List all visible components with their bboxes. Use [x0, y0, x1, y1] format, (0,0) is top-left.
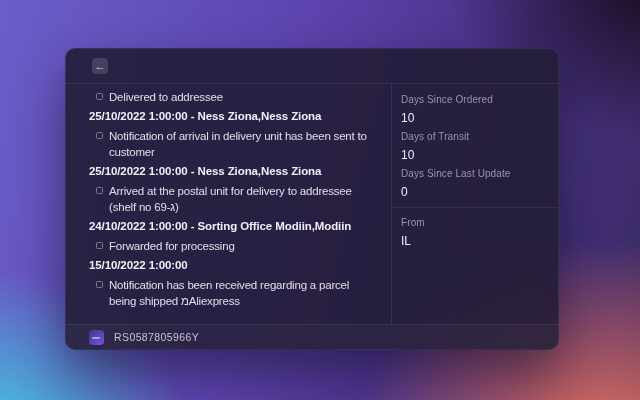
timeline-entry: Delivered to addressee	[89, 89, 377, 105]
tracking-timeline[interactable]: Delivered to addressee 25/10/2022 1:00:0…	[66, 84, 391, 324]
event-checkbox-icon	[96, 242, 103, 249]
event-checkbox-icon	[96, 187, 103, 194]
stat-label: From	[401, 217, 548, 229]
event-text: Notification has been received regarding…	[109, 277, 377, 309]
stat-label: Days Since Last Update	[401, 168, 548, 180]
stats-primary-group: Days Since Ordered 10 Days of Transit 10…	[401, 94, 548, 199]
event-text: Arrived at the postal unit for delivery …	[109, 183, 377, 215]
event-text: Notification of arrival in delivery unit…	[109, 128, 377, 160]
stats-sidebar: Days Since Ordered 10 Days of Transit 10…	[391, 84, 558, 324]
event-text: Forwarded for processing	[109, 238, 235, 254]
event-checkbox-icon	[96, 281, 103, 288]
package-footer-row[interactable]: RS0587805966Y	[66, 324, 558, 349]
timeline-entry: 25/10/2022 1:00:00 - Ness Ziona,Ness Zio…	[89, 164, 377, 215]
window-titlebar: ←	[66, 49, 558, 84]
back-arrow-icon: ←	[95, 59, 106, 74]
sidebar-divider	[392, 207, 558, 208]
entry-events: Forwarded for processing	[89, 238, 377, 254]
entry-events: Arrived at the postal unit for delivery …	[89, 183, 377, 215]
entry-events: Delivered to addressee	[89, 89, 377, 105]
event-row: Forwarded for processing	[89, 238, 377, 254]
stat-label: Days of Transit	[401, 131, 548, 143]
entry-date: 25/10/2022 1:00:00 - Ness Ziona,Ness Zio…	[89, 109, 377, 124]
desktop-background: { "colors": { "wallpaper_purple": "#5d44…	[0, 0, 640, 400]
stat-value: 10	[401, 148, 548, 162]
timeline-entry: 15/10/2022 1:00:00 Notification has been…	[89, 258, 377, 309]
entry-date: 25/10/2022 1:00:00 - Ness Ziona,Ness Zio…	[89, 164, 377, 179]
stat-value: 10	[401, 111, 548, 125]
tracking-number: RS0587805966Y	[114, 331, 199, 343]
stat-item: From IL	[401, 217, 548, 248]
event-row: Notification of arrival in delivery unit…	[89, 128, 377, 160]
event-checkbox-icon	[96, 132, 103, 139]
app-window: ← Delivered to addressee 25/10/2022 1:00…	[65, 48, 559, 350]
event-text: Delivered to addressee	[109, 89, 223, 105]
entry-events: Notification of arrival in delivery unit…	[89, 128, 377, 160]
entry-date: 15/10/2022 1:00:00	[89, 258, 377, 273]
entry-date: 24/10/2022 1:00:00 - Sorting Office Modi…	[89, 219, 377, 234]
stats-secondary-group: From IL	[401, 217, 548, 248]
event-row: Arrived at the postal unit for delivery …	[89, 183, 377, 215]
timeline-entry: 24/10/2022 1:00:00 - Sorting Office Modi…	[89, 219, 377, 254]
event-row: Notification has been received regarding…	[89, 277, 377, 309]
timeline-entry: 25/10/2022 1:00:00 - Ness Ziona,Ness Zio…	[89, 109, 377, 160]
stat-item: Days Since Ordered 10	[401, 94, 548, 125]
event-checkbox-icon	[96, 93, 103, 100]
stat-item: Days of Transit 10	[401, 131, 548, 162]
event-row: Delivered to addressee	[89, 89, 377, 105]
stat-item: Days Since Last Update 0	[401, 168, 548, 199]
entry-events: Notification has been received regarding…	[89, 277, 377, 309]
stat-value: IL	[401, 234, 548, 248]
stat-value: 0	[401, 185, 548, 199]
package-logo-icon	[89, 330, 104, 345]
back-button[interactable]: ←	[92, 58, 108, 74]
main-area: Delivered to addressee 25/10/2022 1:00:0…	[66, 84, 558, 324]
stat-label: Days Since Ordered	[401, 94, 548, 106]
